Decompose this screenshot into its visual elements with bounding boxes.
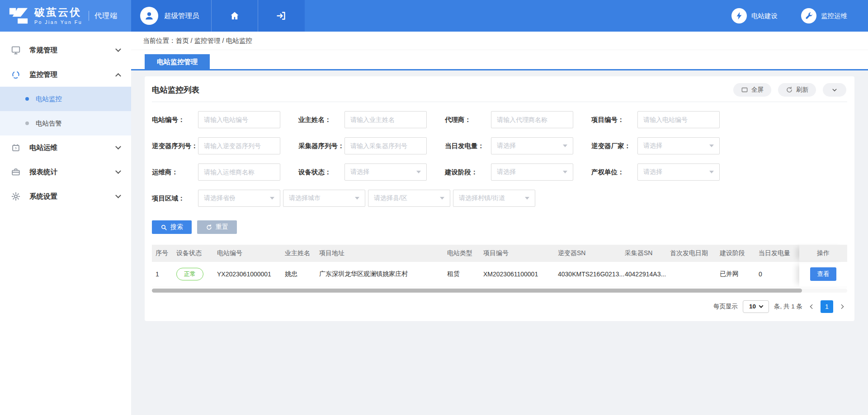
username: 超级管理员 xyxy=(164,11,199,21)
brand-logo-icon xyxy=(8,5,29,26)
header-nav: 电站建设 监控运维 xyxy=(731,0,868,32)
per-page-select[interactable]: 10 xyxy=(743,300,769,313)
village-select[interactable]: 请选择村镇/街道 xyxy=(453,190,535,207)
cell-device-status: 正常 xyxy=(173,262,213,287)
view-button[interactable]: 查看 xyxy=(810,267,836,281)
inverter-sn-input[interactable] xyxy=(198,137,280,154)
cell-collector-sn: 40422914A3... xyxy=(621,262,666,287)
tab-strip: 电站监控管理 xyxy=(131,50,868,70)
col-station-type: 电站类型 xyxy=(443,245,480,262)
monitor-icon xyxy=(11,45,21,55)
city-select[interactable]: 请选择城市 xyxy=(283,190,365,207)
sidebar-item-reports[interactable]: 报表统计 xyxy=(0,160,131,184)
sidebar: 常规管理 监控管理 电站监控 电站告警 xyxy=(0,32,131,415)
collector-sn-label: 采集器序列号： xyxy=(298,142,344,150)
network-icon xyxy=(11,70,21,79)
logout-icon xyxy=(276,10,287,21)
home-button[interactable] xyxy=(211,0,258,32)
inverter-brand-label: 逆变器厂家： xyxy=(591,142,637,150)
brand-name: 破茧云伏 xyxy=(34,7,82,18)
sidebar-item-settings[interactable]: 系统设置 xyxy=(0,184,131,209)
sidebar-item-station-alarm[interactable]: 电站告警 xyxy=(0,111,131,135)
cell-project-no: XM2023061100001 xyxy=(480,262,554,287)
chevron-down-icon xyxy=(831,87,838,93)
select-caret-icon xyxy=(759,303,764,308)
table-row: 1 正常 YX2023061000001 姚忠 广东深圳龙华区观澜镇姚家庄村 租… xyxy=(152,262,847,287)
inverter-brand-select[interactable]: 请选择 xyxy=(637,137,720,154)
tab-station-monitor-mgmt[interactable]: 电站监控管理 xyxy=(145,54,210,69)
agent-input[interactable] xyxy=(491,111,573,128)
sidebar-submenu-monitoring: 电站监控 电站告警 xyxy=(0,87,131,135)
col-index: 序号 xyxy=(152,245,173,262)
next-page-button[interactable] xyxy=(838,303,846,310)
search-icon xyxy=(160,224,167,231)
brand-portal-label: 代理端 xyxy=(94,11,118,21)
brand-logo: 破茧云伏 Po Jian Yun Fu 代理端 xyxy=(0,0,131,32)
project-no-input[interactable] xyxy=(637,111,720,128)
cell-station-no: YX2023061000001 xyxy=(213,262,281,287)
refresh-button[interactable]: 刷新 xyxy=(778,83,816,97)
avatar xyxy=(140,7,158,25)
cell-daily-power: 0 xyxy=(755,262,799,287)
cell-station-type: 租赁 xyxy=(443,262,480,287)
select-caret-icon xyxy=(709,171,714,173)
ops-provider-input[interactable] xyxy=(198,163,280,181)
owner-name-input[interactable] xyxy=(344,111,427,128)
user-profile[interactable]: 超级管理员 xyxy=(131,0,211,32)
reset-button[interactable]: 重置 xyxy=(197,220,237,234)
sidebar-item-station-monitor[interactable]: 电站监控 xyxy=(0,87,131,111)
page-1-button[interactable]: 1 xyxy=(821,300,833,313)
total-count-label: 条, 共 1 条 xyxy=(774,303,802,311)
search-button[interactable]: 搜索 xyxy=(152,220,192,234)
nav-monitor-ops[interactable]: 监控运维 xyxy=(801,8,847,23)
fullscreen-button[interactable]: 全屏 xyxy=(733,83,771,97)
sidebar-item-monitoring[interactable]: 监控管理 xyxy=(0,62,131,87)
owner-name-label: 业主姓名： xyxy=(298,116,344,124)
chevron-up-icon xyxy=(115,73,121,79)
avatar-person-icon xyxy=(143,10,155,22)
build-stage-select[interactable]: 请选择 xyxy=(491,163,573,181)
device-status-label: 设备状态： xyxy=(298,168,344,177)
bullet-dot-icon xyxy=(25,97,29,101)
reset-icon xyxy=(206,224,212,231)
select-caret-icon xyxy=(355,197,359,200)
property-unit-label: 产权单位： xyxy=(591,168,637,177)
build-stage-label: 建设阶段： xyxy=(445,168,491,177)
station-no-input[interactable] xyxy=(198,111,280,128)
device-status-select[interactable]: 请选择 xyxy=(344,163,427,181)
collector-sn-input[interactable] xyxy=(344,137,427,154)
col-station-no: 电站编号 xyxy=(213,245,281,262)
district-select[interactable]: 请选择县/区 xyxy=(368,190,450,207)
cell-inverter-sn: 4030KMTS216G0213... xyxy=(554,262,621,287)
inverter-sn-label: 逆变器序列号： xyxy=(152,142,198,150)
select-caret-icon xyxy=(440,197,444,200)
select-caret-icon xyxy=(709,145,714,147)
pagination: 每页显示 10 条, 共 1 条 1 xyxy=(145,293,854,321)
horizontal-scrollbar[interactable] xyxy=(152,289,847,293)
col-device-status: 设备状态 xyxy=(173,245,213,262)
daily-power-select[interactable]: 请选择 xyxy=(491,137,573,154)
cell-action: 查看 xyxy=(799,262,847,287)
battery-icon xyxy=(11,143,21,153)
refresh-icon xyxy=(786,86,793,93)
brand-subtitle: Po Jian Yun Fu xyxy=(34,19,82,25)
divider xyxy=(89,11,89,21)
sidebar-item-general[interactable]: 常规管理 xyxy=(0,38,131,62)
scrollbar-thumb[interactable] xyxy=(152,289,802,293)
app-header: 破茧云伏 Po Jian Yun Fu 代理端 超级管理员 xyxy=(0,0,868,32)
chevron-down-icon xyxy=(115,168,121,174)
filter-form: 电站编号： 业主姓名： 代理商： 项目编号： xyxy=(145,102,854,207)
province-select[interactable]: 请选择省份 xyxy=(198,190,280,207)
cell-owner: 姚忠 xyxy=(281,262,316,287)
col-build-stage: 建设阶段 xyxy=(716,245,755,262)
nav-station-build[interactable]: 电站建设 xyxy=(731,8,778,23)
col-project-no: 项目编号 xyxy=(480,245,554,262)
property-unit-select[interactable]: 请选择 xyxy=(637,163,720,181)
prev-page-button[interactable] xyxy=(807,303,816,310)
logout-button[interactable] xyxy=(258,0,305,32)
sidebar-item-station-ops[interactable]: 电站运维 xyxy=(0,135,131,160)
gear-icon xyxy=(11,191,21,201)
collapse-button[interactable] xyxy=(823,83,846,97)
station-table: 序号 设备状态 电站编号 业主姓名 项目地址 电站类型 项目编号 逆变器SN 采… xyxy=(152,245,847,287)
select-caret-icon xyxy=(270,197,274,200)
